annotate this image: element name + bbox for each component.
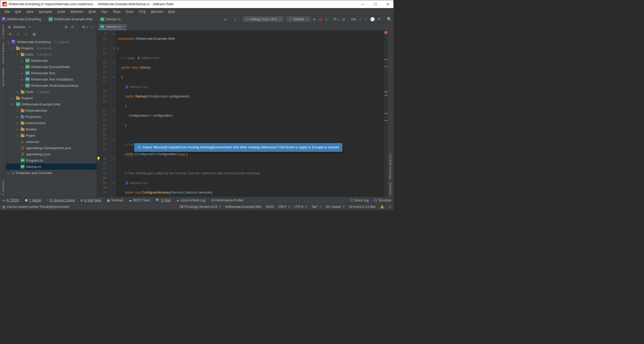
menu-file[interactable]: File [2,9,12,14]
tool-terminal[interactable]: ▣ Terminal [107,199,123,202]
tab-errors[interactable]: Errors in Solution [0,42,6,64]
menu-window[interactable]: Window [149,9,165,14]
pin-icon[interactable]: ▧ [33,32,36,36]
tree-item[interactable]: ▸Pages [6,132,97,138]
attach-button[interactable]: ⇲ [342,17,345,22]
code-area[interactable]: 910 1112 1314151617 181920 2122232425262… [97,30,388,197]
minimize-button[interactable]: — [361,2,365,6]
debug-button[interactable]: 🐞 [319,17,323,21]
status-errors[interactable]: 20 errors in 11 files [349,205,375,209]
marker-bar[interactable] [384,30,388,197]
git-update-button[interactable]: ↙ [359,17,362,21]
sync-icon[interactable]: ⟲ [9,32,11,36]
explorer-title[interactable]: Solution [13,25,25,29]
build-button[interactable]: ↘ [233,17,237,22]
status-encoding[interactable]: UTF-8 [294,205,307,209]
tree-item[interactable]: ▸Dependencies [6,107,97,114]
tree-item[interactable]: {}appsettings.Development.json [6,145,97,151]
tool-vc[interactable]: ⑂ 9: Version Control [47,199,75,202]
tool-find[interactable]: 🔍 3: Find [156,199,171,202]
run-config-selector[interactable]: ▭Debug | Any CPU [243,16,284,22]
menu-code[interactable]: Code [55,9,68,14]
tree-item[interactable]: ▸NHibernate.DomainModel [6,64,97,70]
status-context[interactable]: NHibernate.Example.Web [225,205,261,209]
menu-run[interactable]: Run [99,9,110,14]
tool-azure[interactable]: ▲ Azure Activity Log [176,199,205,202]
menu-help[interactable]: Help [166,9,177,14]
tree-item[interactable]: ▸NHibernate.TestDatabaseSetup [6,82,97,89]
git-history-button[interactable]: 🕘 [370,17,375,22]
tree-wwwroot[interactable]: ⚠wwwroot [6,138,97,145]
tree-solution[interactable]: ▾NHibernate.Everything· 7 projects [6,39,97,45]
tool-eventlog[interactable]: 🗨 Event Log [350,199,368,202]
collapse2-icon[interactable]: ⤡ [25,32,28,36]
tree-tools[interactable]: ▸Tools· 1 project [6,89,97,95]
tool-rest[interactable]: ☁ REST Client [129,199,150,202]
tree-item[interactable]: ▸NHibernate.Test.VisualBasic [6,76,97,82]
menu-navigate[interactable]: Navigate [36,9,54,14]
toolwindow-toggle-icon[interactable]: ▥ [2,205,5,209]
stop-button[interactable]: ■ [325,17,327,21]
breadcrumb-project[interactable]: NHibernate.Example.Web [49,17,93,21]
tab-database[interactable]: Database [388,183,393,195]
tree-core[interactable]: ▾Core· 5 projects [6,51,97,57]
tree-projects[interactable]: ▾Projects· 6 projects [6,45,97,51]
analysis-status-icon[interactable] [384,31,387,34]
profile-button[interactable]: ⟳ [333,17,339,22]
tree-web[interactable]: ▾NHibernate.Example.Web [6,101,97,107]
tab-explorer[interactable]: 1: Explorer [0,25,6,38]
tool-nuget[interactable]: ⬢ 7: NuGet [25,199,41,202]
close-tab-icon[interactable]: × [123,25,125,29]
status-lock-icon[interactable]: 🔒 [380,205,384,209]
tree-item[interactable]: ▸NHibernate.Test [6,70,97,76]
tree-item-selected[interactable]: Startup.cs [6,163,97,170]
code-text[interactable]: namespace NHibernate.Example.Web { ◳ 1 u… [116,30,384,197]
locate-icon[interactable]: ⊕ [65,25,68,29]
tree-support[interactable]: ▸Support [6,95,97,101]
menu-tools[interactable]: Tools [123,9,136,14]
breadcrumb-file[interactable]: Startup.cs [100,17,121,21]
tool-unit-tests[interactable]: ⧉ 8: Unit Tests [81,199,101,202]
tree[interactable]: ▾NHibernate.Everything· 7 projects ▾Proj… [6,38,97,197]
maximize-button[interactable]: ☐ [374,2,377,6]
git-revert-button[interactable]: ↶ [378,17,381,22]
menu-vcs[interactable]: VCS [136,9,148,14]
git-commit-button[interactable]: ✔ [365,17,367,21]
tree-item[interactable]: Program.cs [6,157,97,163]
menu-view[interactable]: View [24,9,36,14]
settings-icon[interactable]: ⚙ [82,25,88,29]
expand-icon[interactable]: ⤢ [17,32,19,36]
menu-refactor[interactable]: Refactor [68,9,86,14]
tree-item[interactable]: ▸Properties [6,114,97,120]
menu-edit[interactable]: Edit [13,9,23,14]
tree-item[interactable]: ▸NHibernate [6,57,97,64]
menu-tests[interactable]: Tests [110,9,123,14]
close-button[interactable]: ✕ [386,2,389,6]
collapse-icon[interactable]: ⇌ [71,25,74,29]
run-anything-icon[interactable]: ▭ [224,17,227,22]
status-indent[interactable]: Tab* [311,205,321,209]
tree-scratches[interactable]: ▸◷Scratches and Consoles [6,170,97,176]
search-everywhere-button[interactable]: 🔍 [387,17,392,22]
menu-build[interactable]: Build [86,9,98,14]
status-lineend[interactable]: CRLF [278,205,290,209]
status-stop-icon[interactable]: ⊘ [389,205,391,209]
fold-gutter[interactable]: ⊟⊟⊟⊟⊟⊟⊟⊟ [111,30,116,197]
tree-item[interactable]: ▸Infrastructure [6,120,97,126]
target-selector[interactable]: ✦Default [286,16,311,22]
status-branch[interactable]: Git: master [326,205,344,209]
tab-favorites[interactable]: 2: Favorites [0,180,6,195]
tool-todo[interactable]: ≔ 6: TODO [2,199,19,202]
tree-item[interactable]: {}appsettings.json [6,151,97,157]
tool-structure[interactable]: ⿴ Structure [374,199,391,202]
breadcrumb-solution[interactable]: NHibernate.Everything [2,17,41,21]
status-position[interactable]: 30:60 [266,205,274,209]
tab-startup[interactable]: Startup.cs × [98,23,127,30]
line-gutter[interactable]: 910 1112 1314151617 181920 2122232425262… [97,30,111,197]
tab-azure-explorer[interactable]: Azure Explorer [0,68,6,87]
tab-coverage[interactable]: Unit Tests Coverage [388,154,393,179]
lightbulb-icon[interactable]: 💡 [97,156,100,161]
status-framework[interactable]: .NETCoreApp,Version=v2.0 [179,205,221,209]
hide-icon[interactable]: — [91,25,95,29]
tool-perf[interactable]: ◔ Performance Profiler [211,199,244,202]
